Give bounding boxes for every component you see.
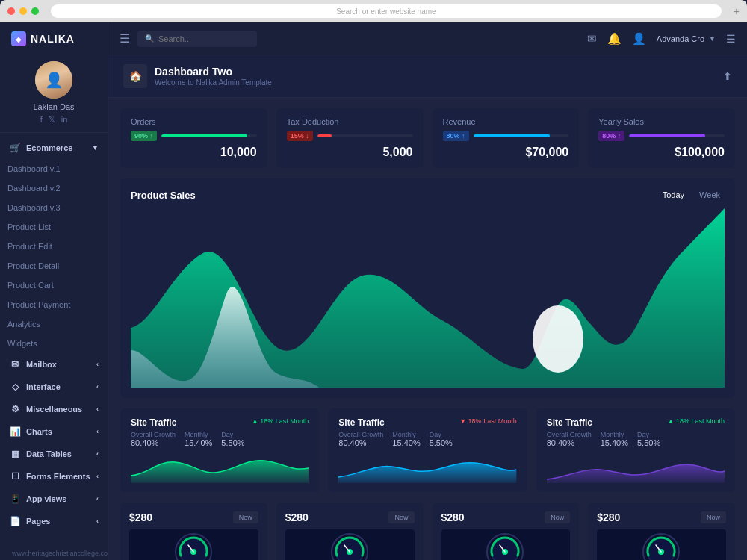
sidebar-item-pages[interactable]: 📄 Pages ‹ <box>0 510 108 532</box>
bell-icon[interactable]: 🔔 <box>607 32 622 46</box>
sidebar-item-product-cart[interactable]: Product Cart <box>0 276 108 295</box>
stat-orders-value: 10,000 <box>131 146 257 159</box>
chevron-right-icon-3: ‹ <box>96 405 99 413</box>
product-btn-4[interactable]: Now <box>701 511 726 523</box>
topbar-menu-icon[interactable]: ☰ <box>726 33 736 45</box>
nav-label-product-detail: Product Detail <box>7 261 59 270</box>
sidebar-item-charts[interactable]: 📊 Charts ‹ <box>0 420 108 443</box>
username-label: Advanda Cro <box>657 34 704 43</box>
sidebar-item-app-views[interactable]: 📱 App views ‹ <box>0 488 108 510</box>
traffic-stat-label-monthly-3: Monthly <box>601 431 628 438</box>
sidebar-item-forms[interactable]: ☐ Forms Elements ‹ <box>0 465 108 488</box>
traffic-stat-value-day-2: 5.50% <box>430 438 453 447</box>
stat-orders-badge: 90% ↑ <box>131 131 157 141</box>
stat-yearly-bar-bg <box>629 134 725 137</box>
nav-label-mailbox: Mailbox <box>26 360 57 369</box>
product-btn-1[interactable]: Now <box>233 511 258 523</box>
pages-icon: 📄 <box>9 515 21 527</box>
traffic-stat-value-day-1: 5.50% <box>221 438 244 447</box>
search-bar[interactable]: 🔍 <box>137 31 257 47</box>
sidebar: ◆ NALIKA Lakian Das f 𝕏 in 🛒 Ecommerce ▼… <box>0 22 108 560</box>
minimize-dot[interactable] <box>19 7 27 15</box>
chevron-right-icon-6: ‹ <box>96 473 99 480</box>
traffic-stat-monthly-2: Monthly 15.40% <box>392 431 420 447</box>
product-card-3: $280 Now <box>433 503 580 560</box>
traffic-badge-3: ▲ 18% Last Month <box>668 417 725 425</box>
page-header: 🏠 Dashboard Two Welcome to Nalika Admin … <box>108 55 747 98</box>
user-icon[interactable]: 👤 <box>632 32 646 46</box>
nav-label-analytics: Analytics <box>7 320 40 329</box>
product-card-2: $280 Now <box>276 503 424 560</box>
user-menu[interactable]: Advanda Cro ▼ <box>657 34 716 43</box>
traffic-stat-overall-3: Overall Growth 80.40% <box>547 431 592 447</box>
chart-header: Product Sales Today Week <box>131 189 725 201</box>
charts-icon: 📊 <box>9 426 21 438</box>
product-btn-2[interactable]: Now <box>388 511 414 523</box>
mail-icon[interactable]: ✉ <box>587 32 597 46</box>
close-dot[interactable] <box>7 7 15 15</box>
product-btn-3[interactable]: Now <box>545 511 570 523</box>
stat-yearly-bar-fill <box>629 134 705 137</box>
traffic-title-2: Site Traffic <box>338 417 384 428</box>
logo-icon: ◆ <box>11 31 26 46</box>
product-card-4-header: $280 Now <box>597 511 726 523</box>
avatar <box>35 61 72 99</box>
gauge-svg-3 <box>485 532 526 561</box>
sidebar-item-mailbox[interactable]: ✉ Mailbox ‹ <box>0 353 108 376</box>
traffic-stat-value-monthly-1: 15.40% <box>185 438 212 447</box>
sidebar-item-product-list[interactable]: Product List <box>0 217 108 237</box>
sidebar-item-product-edit[interactable]: Product Edit <box>0 237 108 256</box>
sidebar-item-product-detail[interactable]: Product Detail <box>0 256 108 276</box>
share-icon[interactable]: ⬆ <box>723 70 732 82</box>
sidebar-item-data-tables[interactable]: ▦ Data Tables ‹ <box>0 443 108 465</box>
traffic-stat-label-day-1: Day <box>221 431 244 438</box>
nav-label-app-views: App views <box>26 494 66 503</box>
product-price-2: $280 <box>285 511 309 523</box>
stat-revenue-bar-row: 80% ↑ <box>443 131 569 141</box>
stat-tax: Tax Deduction 15% ↓ 5,000 <box>276 108 424 168</box>
nav-label-data-tables: Data Tables <box>26 449 72 458</box>
traffic-card-1: Site Traffic ▲ 18% Last Month Overall Gr… <box>120 408 319 492</box>
sidebar-item-dashboard-v3[interactable]: Dashboard v.3 <box>0 198 108 217</box>
traffic-card-3-header: Site Traffic ▲ 18% Last Month <box>547 417 725 428</box>
sidebar-item-analytics[interactable]: Analytics <box>0 314 108 334</box>
main-content: 🏠 Dashboard Two Welcome to Nalika Admin … <box>108 55 747 560</box>
sidebar-item-product-payment[interactable]: Product Payment <box>0 295 108 314</box>
traffic-stat-value-monthly-3: 15.40% <box>601 438 628 447</box>
traffic-stat-value-overall-2: 80.40% <box>338 438 383 447</box>
sidebar-item-interface[interactable]: ◇ Interface ‹ <box>0 376 108 398</box>
search-input[interactable] <box>158 34 248 43</box>
page-title: Dashboard Two <box>155 66 272 78</box>
gauge-svg-4 <box>641 532 682 561</box>
mini-chart-1 <box>131 453 309 483</box>
new-tab-button[interactable]: + <box>734 5 740 17</box>
twitter-icon[interactable]: 𝕏 <box>49 115 55 125</box>
menu-icon[interactable]: ☰ <box>120 31 130 46</box>
traffic-title-1: Site Traffic <box>131 417 176 428</box>
traffic-stat-value-overall-1: 80.40% <box>131 438 176 447</box>
chart-tab-today[interactable]: Today <box>658 189 689 201</box>
maximize-dot[interactable] <box>31 7 39 15</box>
traffic-stat-label-overall-3: Overall Growth <box>547 431 592 438</box>
facebook-icon[interactable]: f <box>40 115 43 125</box>
product-price-3: $280 <box>441 511 465 523</box>
forms-icon: ☐ <box>9 470 21 482</box>
misc-icon: ⚙ <box>9 403 21 415</box>
linkedin-icon[interactable]: in <box>61 115 68 125</box>
nav-label-interface: Interface <box>26 382 61 391</box>
logo-text: NALIKA <box>31 33 75 45</box>
stat-tax-bar-fill <box>317 134 332 137</box>
nav-label-dashboard-v3: Dashboard v.3 <box>7 203 61 212</box>
chart-svg <box>131 208 725 388</box>
traffic-stat-value-overall-3: 80.40% <box>547 438 592 447</box>
sidebar-item-dashboard-v1[interactable]: Dashboard v.1 <box>0 159 108 178</box>
chart-tab-week[interactable]: Week <box>695 189 725 201</box>
stat-revenue-badge: 80% ↑ <box>443 131 469 141</box>
product-card-1-header: $280 Now <box>129 511 258 523</box>
search-icon: 🔍 <box>145 34 154 43</box>
sidebar-item-dashboard-v2[interactable]: Dashboard v.2 <box>0 178 108 198</box>
address-bar[interactable]: Search or enter website name <box>51 4 722 18</box>
sidebar-item-ecommerce[interactable]: 🛒 Ecommerce ▼ <box>0 137 108 159</box>
sidebar-item-misc[interactable]: ⚙ Miscellaneous ‹ <box>0 398 108 420</box>
sidebar-item-widgets[interactable]: Widgets <box>0 334 108 353</box>
